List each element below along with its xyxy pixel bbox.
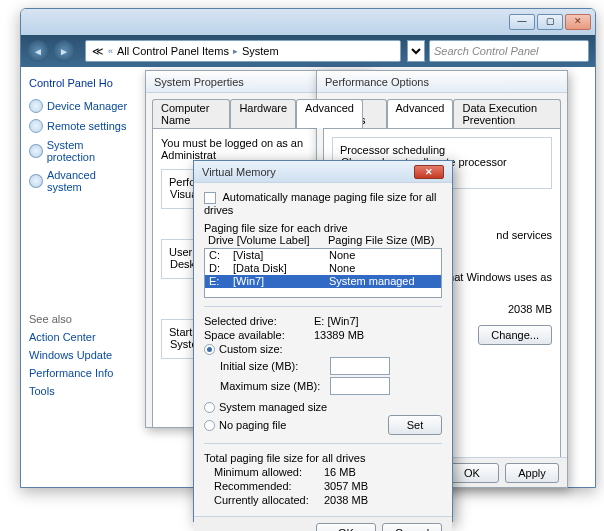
navbar: ◄ ► ≪ « All Control Panel Items ▸ System… bbox=[21, 35, 595, 67]
no-paging-label: No paging file bbox=[219, 419, 286, 431]
col-drive: Drive [Volume Label] bbox=[208, 234, 328, 246]
tab-hardware[interactable]: Hardware bbox=[230, 99, 296, 128]
drive-row[interactable]: E:[Win7]System managed bbox=[205, 275, 441, 288]
cancel-button[interactable]: Cancel bbox=[382, 523, 442, 531]
drive-label: [Vista] bbox=[233, 249, 329, 262]
breadcrumb-icon: ≪ bbox=[92, 45, 104, 58]
selected-drive-value: E: [Win7] bbox=[314, 315, 359, 327]
recommended-label: Recommended: bbox=[214, 480, 324, 492]
initial-size-input[interactable] bbox=[330, 357, 390, 375]
close-button[interactable]: ✕ bbox=[414, 165, 444, 179]
custom-size-label: Custom size: bbox=[219, 343, 283, 355]
tab-advanced[interactable]: Advanced bbox=[296, 99, 363, 128]
virtual-memory-dialog: Virtual Memory ✕ Automatically manage pa… bbox=[193, 160, 453, 522]
tab-row: Computer Name Hardware Advanced bbox=[146, 93, 369, 128]
change-button[interactable]: Change... bbox=[478, 325, 552, 345]
initial-size-label: Initial size (MB): bbox=[220, 360, 330, 372]
maximize-button[interactable]: ▢ bbox=[537, 14, 563, 30]
minimize-button[interactable]: — bbox=[509, 14, 535, 30]
currently-allocated-label: Currently allocated: bbox=[214, 494, 324, 506]
system-managed-label: System managed size bbox=[219, 401, 327, 413]
breadcrumb-item[interactable]: System bbox=[242, 45, 279, 57]
sidebar-item-label: Advanced system bbox=[47, 169, 133, 193]
tab-computer-name[interactable]: Computer Name bbox=[152, 99, 230, 128]
see-also-perf-info[interactable]: Performance Info bbox=[29, 367, 133, 379]
drive-letter: E: bbox=[209, 275, 233, 288]
titlebar: — ▢ ✕ bbox=[21, 9, 595, 35]
sidebar-item-advanced-system[interactable]: Advanced system bbox=[29, 169, 133, 193]
no-paging-radio[interactable] bbox=[204, 420, 215, 431]
maximum-size-input[interactable] bbox=[330, 377, 390, 395]
see-also-action-center[interactable]: Action Center bbox=[29, 331, 133, 343]
min-allowed-label: Minimum allowed: bbox=[214, 466, 324, 478]
shield-icon bbox=[29, 174, 43, 188]
dialog-title: Virtual Memory ✕ bbox=[194, 161, 452, 183]
forward-button[interactable]: ► bbox=[53, 40, 75, 62]
apply-button[interactable]: Apply bbox=[505, 463, 559, 483]
space-available-label: Space available: bbox=[204, 329, 314, 341]
see-also-tools[interactable]: Tools bbox=[29, 385, 133, 397]
auto-manage-label: Automatically manage paging file size fo… bbox=[204, 191, 436, 216]
drive-row[interactable]: C:[Vista]None bbox=[205, 249, 441, 262]
shield-icon bbox=[29, 144, 43, 158]
dialog-title: Performance Options bbox=[317, 71, 567, 93]
address-bar[interactable]: ≪ « All Control Panel Items ▸ System bbox=[85, 40, 401, 62]
auto-manage-checkbox[interactable] bbox=[204, 192, 216, 204]
see-also-windows-update[interactable]: Windows Update bbox=[29, 349, 133, 361]
drive-columns: Drive [Volume Label] Paging File Size (M… bbox=[204, 234, 442, 246]
drive-list[interactable]: C:[Vista]None D:[Data Disk]None E:[Win7]… bbox=[204, 248, 442, 298]
search-input[interactable]: Search Control Panel bbox=[429, 40, 589, 62]
sidebar-item-system-protection[interactable]: System protection bbox=[29, 139, 133, 163]
system-managed-radio[interactable] bbox=[204, 402, 215, 413]
tab-advanced[interactable]: Advanced bbox=[387, 99, 454, 128]
tab-dep[interactable]: Data Execution Prevention bbox=[453, 99, 561, 128]
space-available-value: 13389 MB bbox=[314, 329, 364, 341]
dialog-title-text: Virtual Memory bbox=[202, 166, 276, 178]
dialog-footer: OK Cancel bbox=[194, 516, 452, 531]
min-allowed-value: 16 MB bbox=[324, 466, 356, 478]
ok-button[interactable]: OK bbox=[445, 463, 499, 483]
drive-label: [Data Disk] bbox=[233, 262, 329, 275]
drive-letter: C: bbox=[209, 249, 233, 262]
drive-row[interactable]: D:[Data Disk]None bbox=[205, 262, 441, 275]
see-also-header: See also bbox=[29, 313, 133, 325]
drive-label: [Win7] bbox=[233, 275, 329, 288]
back-button[interactable]: ◄ bbox=[27, 40, 49, 62]
currently-allocated-value: 2038 MB bbox=[324, 494, 368, 506]
drive-list-header: Paging file size for each drive bbox=[204, 222, 442, 234]
totals-header: Total paging file size for all drives bbox=[204, 452, 442, 464]
group-title: Processor scheduling bbox=[337, 144, 448, 156]
drive-size: System managed bbox=[329, 275, 437, 288]
drive-size: None bbox=[329, 249, 437, 262]
ok-button[interactable]: OK bbox=[316, 523, 376, 531]
drive-letter: D: bbox=[209, 262, 233, 275]
sidebar-item-remote-settings[interactable]: Remote settings bbox=[29, 119, 133, 133]
selected-drive-label: Selected drive: bbox=[204, 315, 314, 327]
shield-icon bbox=[29, 119, 43, 133]
set-button[interactable]: Set bbox=[388, 415, 442, 435]
address-dropdown[interactable] bbox=[407, 40, 425, 62]
col-size: Paging File Size (MB) bbox=[328, 234, 438, 246]
close-button[interactable]: ✕ bbox=[565, 14, 591, 30]
auto-manage-row: Automatically manage paging file size fo… bbox=[204, 191, 442, 216]
shield-icon bbox=[29, 99, 43, 113]
sidebar-header: Control Panel Ho bbox=[29, 77, 133, 89]
custom-size-radio[interactable] bbox=[204, 344, 215, 355]
drive-size: None bbox=[329, 262, 437, 275]
breadcrumb-item[interactable]: All Control Panel Items bbox=[117, 45, 229, 57]
maximum-size-label: Maximum size (MB): bbox=[220, 380, 330, 392]
recommended-value: 3057 MB bbox=[324, 480, 368, 492]
sidebar: Control Panel Ho Device Manager Remote s… bbox=[21, 67, 141, 487]
sidebar-item-label: System protection bbox=[47, 139, 133, 163]
sidebar-item-device-manager[interactable]: Device Manager bbox=[29, 99, 133, 113]
sidebar-item-label: Device Manager bbox=[47, 100, 127, 112]
sidebar-item-label: Remote settings bbox=[47, 120, 126, 132]
